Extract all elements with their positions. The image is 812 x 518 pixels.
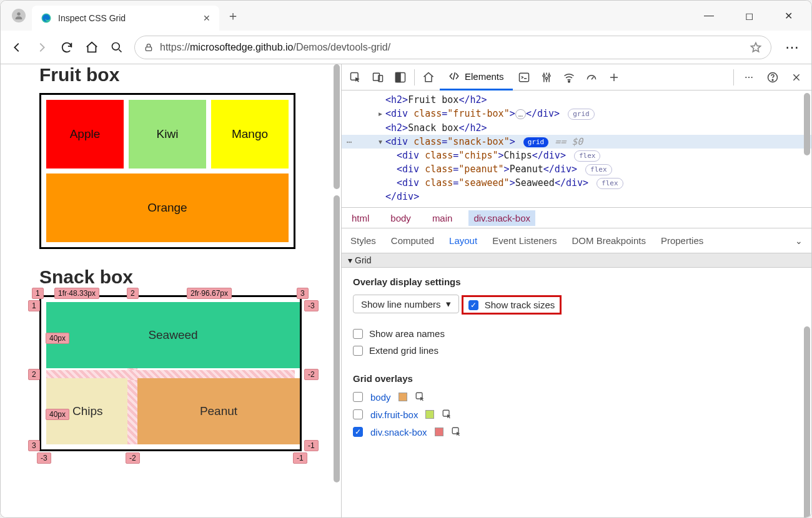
color-swatch[interactable] <box>425 410 434 419</box>
grid-row-track-1: 40px <box>46 333 69 344</box>
grid-col-line-3: 3 <box>297 288 309 299</box>
devtools-toolbar: Elements ⋯ <box>342 64 811 90</box>
dom-row[interactable]: <div class="peanut">Peanut</div> flex <box>342 162 811 176</box>
inspect-icon[interactable] <box>344 64 367 90</box>
overlay-label-body[interactable]: body <box>370 392 391 403</box>
grid-row-track-2: 40px <box>46 409 69 420</box>
color-swatch[interactable] <box>399 393 407 401</box>
device-icon[interactable] <box>367 64 389 90</box>
address-bar[interactable]: https://microsoftedge.github.io/Demos/de… <box>134 36 771 59</box>
forward-button[interactable] <box>34 40 49 55</box>
svg-point-12 <box>548 74 550 76</box>
grid-section-body: Overlay display settings Show line numbe… <box>342 268 811 452</box>
network-tab-icon[interactable] <box>558 64 580 90</box>
help-icon[interactable] <box>761 64 784 90</box>
crumb-html[interactable]: html <box>347 210 374 226</box>
page-scrollbar[interactable] <box>332 64 341 517</box>
crumb-main[interactable]: main <box>427 210 458 226</box>
checkbox-overlay-fruit[interactable] <box>353 409 363 419</box>
tab-title: Inspect CSS Grid <box>58 13 197 23</box>
console-tab-icon[interactable] <box>513 64 535 90</box>
close-window-button[interactable]: ✕ <box>778 6 799 26</box>
snack-cell-peanut: Peanut <box>137 378 300 444</box>
overlay-label-snack[interactable]: div.snack-box <box>370 427 427 437</box>
favorite-icon[interactable] <box>750 41 762 54</box>
heading-fruit-box: Fruit box <box>39 64 334 86</box>
dom-row[interactable]: <div class="chips">Chips</div> flex <box>342 149 811 162</box>
more-tools-icon[interactable]: ⋯ <box>738 64 760 90</box>
search-icon[interactable] <box>109 40 124 55</box>
dom-row[interactable]: ▸<div class="fruit-box">…</div> grid <box>342 107 811 121</box>
layout-scrollbar[interactable] <box>803 324 811 517</box>
heading-snack-box: Snack box <box>39 266 334 288</box>
grid-row-line-neg2: -2 <box>304 369 319 380</box>
welcome-tab-icon[interactable] <box>417 64 440 90</box>
subtab-props[interactable]: Properties <box>661 235 703 246</box>
color-swatch[interactable] <box>435 428 443 436</box>
reveal-icon[interactable] <box>415 391 426 403</box>
flex-badge[interactable]: flex <box>574 150 601 162</box>
snack-box-wrapper: Seaweed Chips Peanut 1 2 3 1fr·48.33px 2… <box>39 295 334 451</box>
grid-col-line-1: 1 <box>32 288 44 299</box>
dom-row[interactable]: <h2>Fruit box</h2> <box>342 93 811 107</box>
subtab-dombp[interactable]: DOM Breakpoints <box>572 235 646 246</box>
checkbox-area-names[interactable] <box>353 329 363 339</box>
grid-badge[interactable]: grid <box>568 109 595 120</box>
styles-subtabs: Styles Computed Layout Event Listeners D… <box>342 228 811 253</box>
overlay-item-body: body <box>353 391 800 403</box>
maximize-button[interactable]: ◻ <box>739 6 760 26</box>
checkbox-extend-lines[interactable] <box>353 346 363 356</box>
content-area: Fruit box Apple Kiwi Mango Orange Snack … <box>1 64 811 517</box>
refresh-button[interactable] <box>59 40 74 55</box>
fruit-cell-kiwi: Kiwi <box>129 100 206 169</box>
settings-more-icon[interactable]: ⋯ <box>781 39 803 56</box>
profile-icon[interactable] <box>12 9 26 22</box>
new-tab-button[interactable]: ＋ <box>227 7 239 24</box>
grid-row-line-neg1: -1 <box>304 440 319 451</box>
dom-row[interactable]: </div> <box>342 190 811 203</box>
browser-window: Inspect CSS Grid ✕ ＋ — ◻ ✕ https://micro… <box>0 0 812 518</box>
minimize-button[interactable]: — <box>698 6 720 26</box>
fruit-cell-orange: Orange <box>46 173 289 242</box>
crumb-body[interactable]: body <box>385 210 416 226</box>
svg-point-10 <box>543 74 545 76</box>
flex-badge[interactable]: flex <box>597 178 623 189</box>
overlay-label-fruit[interactable]: div.fruit-box <box>370 409 418 420</box>
reveal-icon[interactable] <box>442 409 453 420</box>
checkbox-track-sizes[interactable] <box>468 300 478 310</box>
sources-tab-icon[interactable] <box>535 64 558 90</box>
checkbox-overlay-snack[interactable] <box>353 427 363 437</box>
label-area-names: Show area names <box>369 328 445 339</box>
subtab-computed[interactable]: Computed <box>391 235 434 246</box>
reveal-icon[interactable] <box>451 426 462 437</box>
subtab-layout[interactable]: Layout <box>449 235 477 246</box>
crumb-snackbox[interactable]: div.snack-box <box>468 210 535 226</box>
fruit-cell-mango: Mango <box>211 100 289 169</box>
grid-section-header[interactable]: ▾Grid <box>342 253 811 268</box>
elements-tab[interactable]: Elements <box>440 64 513 90</box>
dom-row-selected[interactable]: ⋯ ▾<div class="snack-box"> grid== $0 <box>342 135 811 149</box>
grid-badge-active[interactable]: grid <box>523 137 549 147</box>
overlay-item-snack: div.snack-box <box>353 426 800 437</box>
snack-box-grid: Seaweed Chips Peanut <box>39 295 302 451</box>
browser-tab[interactable]: Inspect CSS Grid ✕ <box>32 6 219 31</box>
chevron-down-icon[interactable]: ⌄ <box>795 236 803 246</box>
back-button[interactable] <box>9 40 24 55</box>
performance-tab-icon[interactable] <box>580 64 603 90</box>
dom-scrollbar[interactable] <box>803 93 811 193</box>
home-button[interactable] <box>84 40 99 55</box>
close-devtools-icon[interactable] <box>785 64 808 90</box>
devtools-panel: Elements ⋯ <h2>Fruit box</h2> <box>341 64 811 517</box>
subtab-listeners[interactable]: Event Listeners <box>492 235 557 246</box>
dock-icon[interactable] <box>389 64 412 90</box>
grid-col-line-neg3: -3 <box>37 452 51 464</box>
flex-badge[interactable]: flex <box>585 164 612 175</box>
dom-row[interactable]: <div class="seaweed">Seaweed</div> flex <box>342 176 811 190</box>
dom-row[interactable]: <h2>Snack box</h2> <box>342 121 811 135</box>
add-tab-icon[interactable] <box>603 64 625 90</box>
close-tab-icon[interactable]: ✕ <box>203 13 210 23</box>
subtab-styles[interactable]: Styles <box>350 235 376 246</box>
checkbox-overlay-body[interactable] <box>353 392 363 402</box>
line-numbers-dropdown[interactable]: Show line numbers▾ <box>353 295 459 313</box>
dom-tree[interactable]: <h2>Fruit box</h2> ▸<div class="fruit-bo… <box>342 90 811 207</box>
